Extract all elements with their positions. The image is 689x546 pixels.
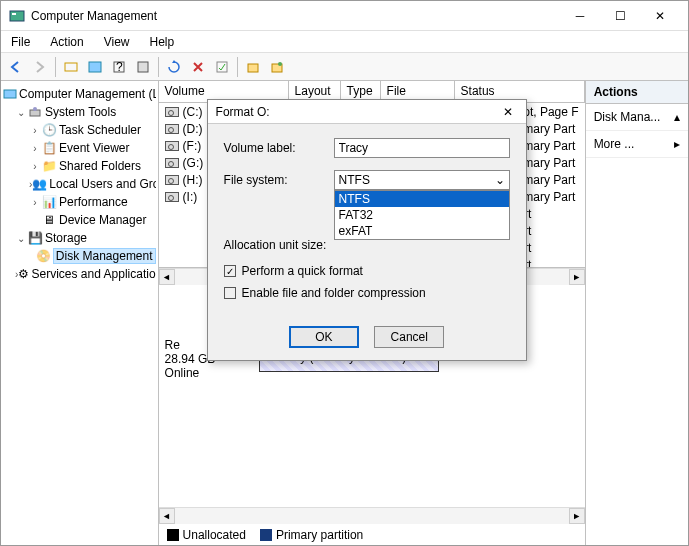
scrollbar-bottom[interactable]: ◄► <box>159 507 585 523</box>
tool-icon-5[interactable] <box>242 56 264 78</box>
tree-system-tools[interactable]: ⌄System Tools <box>3 103 156 121</box>
svg-rect-11 <box>4 90 16 98</box>
menu-action[interactable]: Action <box>46 33 87 51</box>
properties-icon[interactable] <box>211 56 233 78</box>
back-button[interactable] <box>5 56 27 78</box>
tool-icon-1[interactable] <box>60 56 82 78</box>
maximize-button[interactable]: ☐ <box>600 2 640 30</box>
collapse-icon: ▴ <box>674 110 680 124</box>
svg-rect-0 <box>10 11 24 21</box>
dialog-title: Format O: <box>216 105 498 119</box>
svg-rect-1 <box>12 13 16 15</box>
svg-rect-6 <box>138 62 148 72</box>
refresh-icon[interactable] <box>163 56 185 78</box>
compression-checkbox[interactable]: Enable file and folder compression <box>224 286 510 300</box>
fs-option-ntfs[interactable]: NTFS <box>335 191 509 207</box>
main-pane: Volume Layout Type File System Status (C… <box>159 81 586 545</box>
chevron-right-icon: ▸ <box>674 137 680 151</box>
svg-rect-2 <box>65 63 77 71</box>
svg-rect-7 <box>217 62 227 72</box>
tree-root[interactable]: Computer Management (L <box>3 85 156 103</box>
title-bar: Computer Management ─ ☐ ✕ <box>1 1 688 31</box>
toolbar: ? <box>1 53 688 81</box>
checkbox-icon-unchecked <box>224 287 236 299</box>
dialog-title-bar[interactable]: Format O: ✕ <box>208 100 526 124</box>
window-title: Computer Management <box>31 9 560 23</box>
menu-file[interactable]: File <box>7 33 34 51</box>
actions-header: Actions <box>586 81 688 104</box>
svg-point-10 <box>278 62 282 66</box>
tree-disk-management[interactable]: 📀Disk Management <box>3 247 156 265</box>
forward-button[interactable] <box>29 56 51 78</box>
allocation-unit-label: Allocation unit size: <box>224 238 334 252</box>
volume-label-label: Volume label: <box>224 141 334 155</box>
actions-pane: Actions Disk Mana...▴ More ...▸ <box>586 81 688 545</box>
tree-services[interactable]: ›⚙Services and Applicatio <box>3 265 156 283</box>
menu-help[interactable]: Help <box>146 33 179 51</box>
chevron-down-icon: ⌄ <box>495 173 505 187</box>
minimize-button[interactable]: ─ <box>560 2 600 30</box>
cancel-button[interactable]: Cancel <box>374 326 444 348</box>
tree-event-viewer[interactable]: ›📋Event Viewer <box>3 139 156 157</box>
svg-point-13 <box>33 107 37 111</box>
tree-device-manager[interactable]: 🖥Device Manager <box>3 211 156 229</box>
tree-local-users[interactable]: ›👥Local Users and Gro <box>3 175 156 193</box>
filesystem-dropdown-list[interactable]: NTFS FAT32 exFAT <box>334 190 510 240</box>
close-button[interactable]: ✕ <box>640 2 680 30</box>
svg-text:?: ? <box>116 60 123 74</box>
tree-pane: Computer Management (L ⌄System Tools ›🕒T… <box>1 81 159 545</box>
app-icon <box>9 8 25 24</box>
menu-view[interactable]: View <box>100 33 134 51</box>
quick-format-checkbox[interactable]: ✓ Perform a quick format <box>224 264 510 278</box>
tool-icon-3[interactable]: ? <box>108 56 130 78</box>
actions-more[interactable]: More ...▸ <box>586 131 688 158</box>
volume-label-input[interactable] <box>334 138 510 158</box>
tool-icon-6[interactable] <box>266 56 288 78</box>
svg-rect-8 <box>248 64 258 72</box>
tree-performance[interactable]: ›📊Performance <box>3 193 156 211</box>
ok-button[interactable]: OK <box>289 326 359 348</box>
tree-shared-folders[interactable]: ›📁Shared Folders <box>3 157 156 175</box>
svg-rect-3 <box>89 62 101 72</box>
fs-option-fat32[interactable]: FAT32 <box>335 207 509 223</box>
legend: Unallocated Primary partition <box>159 523 585 545</box>
filesystem-select[interactable]: NTFS⌄ NTFS FAT32 exFAT <box>334 170 510 190</box>
tree-storage[interactable]: ⌄💾Storage <box>3 229 156 247</box>
dialog-close-button[interactable]: ✕ <box>498 105 518 119</box>
fs-option-exfat[interactable]: exFAT <box>335 223 509 239</box>
delete-icon[interactable] <box>187 56 209 78</box>
tool-icon-4[interactable] <box>132 56 154 78</box>
actions-disk-mgmt[interactable]: Disk Mana...▴ <box>586 104 688 131</box>
tree-task-scheduler[interactable]: ›🕒Task Scheduler <box>3 121 156 139</box>
format-dialog: Format O: ✕ Volume label: File system: N… <box>207 99 527 361</box>
menu-bar: File Action View Help <box>1 31 688 53</box>
filesystem-label: File system: <box>224 173 334 187</box>
checkbox-icon-checked: ✓ <box>224 265 236 277</box>
tool-icon-2[interactable] <box>84 56 106 78</box>
